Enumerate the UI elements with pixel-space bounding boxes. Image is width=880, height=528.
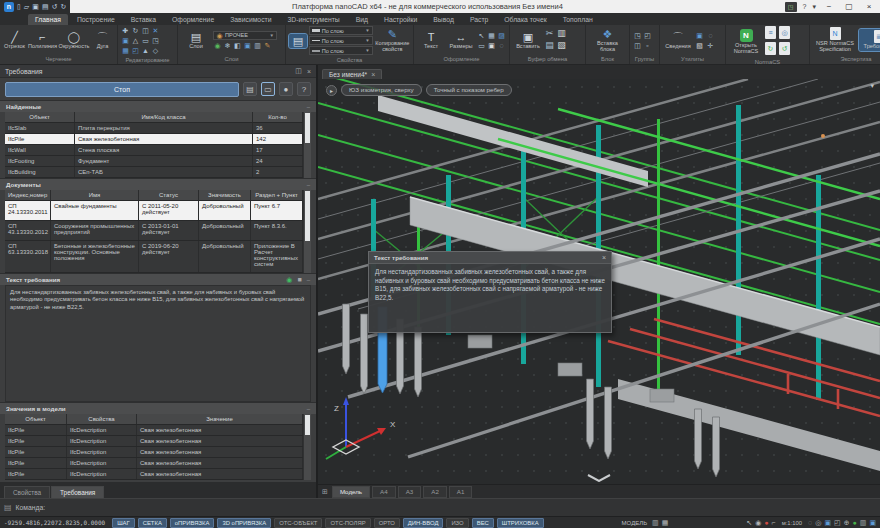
settings-button[interactable]: ● bbox=[279, 82, 293, 96]
toggle-otrack[interactable]: ОТС-ОБЪЕКТ bbox=[274, 518, 322, 528]
apply-icon[interactable]: ◉ bbox=[286, 276, 292, 284]
paste-special-icon[interactable]: ▧ bbox=[557, 41, 566, 50]
stop-icon[interactable]: ■ bbox=[297, 276, 301, 283]
close-button[interactable]: × bbox=[862, 0, 876, 13]
move-icon[interactable]: ✚ bbox=[121, 26, 130, 35]
collapse-icon[interactable]: – bbox=[307, 277, 310, 283]
collapse-icon[interactable]: – bbox=[307, 104, 310, 110]
lamp-icon[interactable]: ◉ bbox=[755, 518, 761, 528]
leader-icon[interactable]: ↖ bbox=[477, 31, 486, 40]
normacs-doc-icon[interactable]: ≡ bbox=[765, 26, 776, 39]
sheet-tab-model[interactable]: Модель bbox=[332, 486, 370, 498]
toggle-snap[interactable]: ШАГ bbox=[112, 518, 135, 528]
collapse-icon[interactable]: – bbox=[307, 182, 310, 188]
model-canvas[interactable]: Z X ▸ ЮЗ изометрия, сверху Точный с пока… bbox=[318, 79, 880, 484]
orbit-icon[interactable]: ⊕ bbox=[844, 518, 850, 528]
open-normacs-button[interactable]: NОткрыть NormaCS bbox=[729, 28, 763, 56]
table-row[interactable]: IfcPile IfcDescription Свая железобетонн… bbox=[5, 436, 303, 447]
layer-walk-icon[interactable]: ▥ bbox=[253, 41, 262, 50]
quick-select-icon[interactable]: ▣ bbox=[695, 31, 704, 40]
zoom-icon[interactable]: ◎ bbox=[815, 518, 821, 528]
nanocad-logo-icon[interactable]: n bbox=[4, 2, 14, 12]
ungroup-icon[interactable]: ◫ bbox=[633, 41, 642, 50]
layer-current-icon[interactable]: ✎ bbox=[263, 41, 272, 50]
pick-frame-button[interactable]: ▭ bbox=[261, 82, 275, 96]
display-settings-icon[interactable]: ▣ bbox=[869, 518, 876, 528]
group-edit-icon[interactable]: ◰ bbox=[643, 31, 652, 40]
zoom-window-icon[interactable]: ◰ bbox=[834, 518, 841, 528]
pin-icon[interactable]: ◫ bbox=[295, 67, 302, 75]
toggle-hatch[interactable]: ШТРИХОВКА bbox=[497, 518, 544, 528]
region-icon[interactable]: ▧ bbox=[695, 41, 704, 50]
command-history-icon[interactable]: ▤ bbox=[4, 503, 12, 512]
section-documents[interactable]: Документы – bbox=[0, 178, 316, 190]
group-create-icon[interactable]: ◳ bbox=[633, 31, 642, 40]
circle-button[interactable]: ◯Окружность bbox=[59, 30, 89, 51]
section-model-values[interactable]: Значения в модели – bbox=[0, 402, 316, 414]
arc-button[interactable]: ⌒Дуга bbox=[91, 30, 114, 51]
layer-on-icon[interactable]: ◉ bbox=[213, 41, 222, 50]
maximize-button[interactable]: ▢ bbox=[842, 0, 856, 13]
group-select-icon[interactable]: ▫ bbox=[643, 41, 652, 50]
print-icon[interactable]: ▤ bbox=[42, 2, 49, 11]
stretch-icon[interactable]: ▲ bbox=[141, 46, 150, 55]
tab-topoplan[interactable]: Топоплан bbox=[556, 14, 600, 25]
table-row[interactable]: IfcPile IfcDescription Свая железобетонн… bbox=[5, 469, 303, 480]
tab-rastr[interactable]: Растр bbox=[463, 14, 495, 25]
sheet-tab-a1[interactable]: А1 bbox=[449, 486, 473, 498]
mirror-icon[interactable]: ◫ bbox=[141, 26, 150, 35]
table-row[interactable]: СП 63.13330.2018 Бетонные и железобетонн… bbox=[5, 241, 303, 273]
normacs-sync-doc-icon[interactable]: ↻ bbox=[765, 42, 776, 55]
scrollbar[interactable] bbox=[304, 190, 311, 273]
explode-icon[interactable]: ◇ bbox=[151, 46, 160, 55]
nsr-normacs-specification-button[interactable]: NNSR NormaCS Specification bbox=[813, 26, 857, 54]
command-line[interactable]: ▤ Команда: bbox=[0, 498, 880, 516]
help-chevron-icon[interactable]: ▾ bbox=[812, 3, 816, 11]
table-row[interactable]: IfcBuilding СЕп-ТАБ 2 bbox=[5, 167, 303, 178]
rotate-icon[interactable]: ↻ bbox=[131, 26, 140, 35]
view-orientation-control[interactable]: ЮЗ изометрия, сверху bbox=[341, 84, 422, 96]
drawing-tab[interactable]: Без имени4* × bbox=[322, 69, 382, 79]
tab-glavnaya[interactable]: Главная bbox=[28, 14, 68, 25]
match-properties-button[interactable]: ✎Копирование свойств bbox=[375, 27, 410, 54]
layers-status-icon[interactable]: ▥ bbox=[860, 518, 867, 528]
screen-icon[interactable]: ▣ bbox=[824, 518, 831, 528]
dimensions-button[interactable]: ↔Размеры bbox=[447, 30, 475, 51]
help-menu[interactable]: ? bbox=[803, 3, 807, 10]
collapse-chevron-icon[interactable] bbox=[586, 474, 612, 483]
tab-zavisimosti[interactable]: Зависимости bbox=[223, 14, 278, 25]
table-row[interactable]: IfcFooting Фундамент 24 bbox=[5, 156, 303, 167]
layer-lock-icon[interactable]: ◧ bbox=[233, 41, 242, 50]
new-file-icon[interactable]: ▯ bbox=[17, 2, 21, 11]
selection-cursor-icon[interactable]: ↖ bbox=[746, 518, 752, 528]
toggle-grid[interactable]: СЕТКА bbox=[138, 518, 167, 528]
tooltip-close-icon[interactable]: × bbox=[602, 254, 606, 261]
lineweight-select[interactable]: По слою▼ bbox=[309, 46, 373, 55]
layer-isolate-icon[interactable]: ▣ bbox=[243, 41, 252, 50]
toggle-ortho[interactable]: ОРТО bbox=[374, 518, 400, 528]
mtext-icon[interactable]: ▭ bbox=[477, 41, 486, 50]
wheel-icon[interactable]: ◌ bbox=[808, 518, 812, 528]
linetype-select[interactable]: По слою▼ bbox=[309, 36, 373, 45]
color-select[interactable]: По слою▼ bbox=[309, 26, 373, 35]
save-icon[interactable]: ▣ bbox=[32, 2, 39, 11]
viewport-dropdown-icon[interactable]: ▾ bbox=[870, 82, 874, 90]
erase-icon[interactable]: ✕ bbox=[151, 26, 160, 35]
table-row-selected[interactable]: IfcPile Свая железобетонная 142 bbox=[5, 134, 303, 145]
array-icon[interactable]: ▦ bbox=[121, 46, 130, 55]
requirements-button[interactable]: ≣Требования bbox=[859, 29, 880, 51]
model-space-button[interactable]: МОДЕЛЬ bbox=[622, 520, 647, 526]
normacs-update-doc-icon[interactable]: ↺ bbox=[779, 42, 790, 55]
text-button[interactable]: TТекст bbox=[417, 30, 445, 51]
hatch-icon[interactable]: ▨ bbox=[497, 31, 506, 40]
scrollbar[interactable] bbox=[304, 414, 311, 480]
tab-3d-instrumenty[interactable]: 3D-инструменты bbox=[280, 14, 346, 25]
offset-icon[interactable]: ◳ bbox=[151, 36, 160, 45]
layer-select[interactable]: ◉ ПРОЧЕЕ ▼ bbox=[213, 31, 277, 40]
table-row[interactable]: IfcPile IfcDescription Свая железобетонн… bbox=[5, 458, 303, 469]
table-icon[interactable]: ▦ bbox=[487, 31, 496, 40]
toggle-3d-osnap[interactable]: 3D оПРИВЯЗКА bbox=[217, 518, 271, 528]
record-icon[interactable]: ● bbox=[764, 518, 768, 528]
scrollbar-thumb[interactable] bbox=[305, 415, 310, 435]
toggle-lineweight[interactable]: ВЕС bbox=[472, 518, 494, 528]
